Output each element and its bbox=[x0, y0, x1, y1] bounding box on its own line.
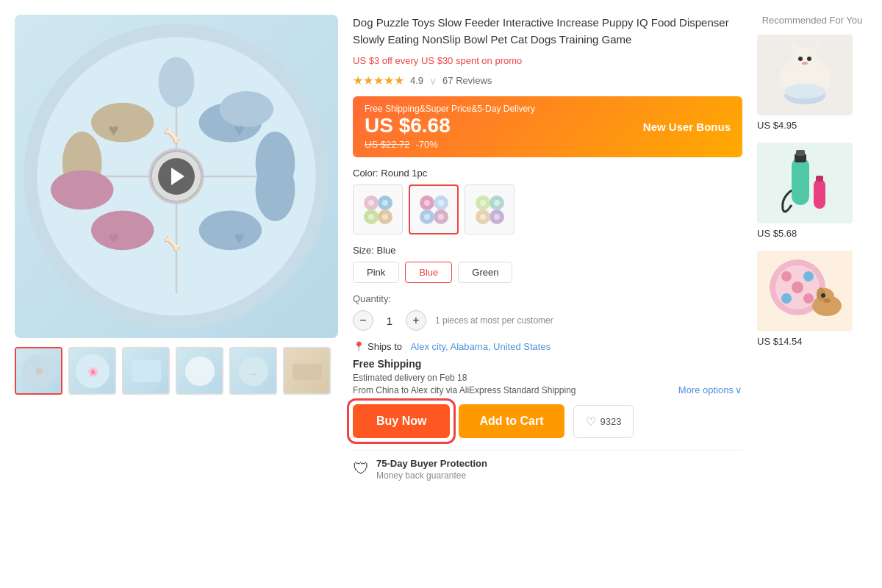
rec-price-3: US $14.54 bbox=[757, 336, 867, 347]
svg-text:♥: ♥ bbox=[234, 120, 245, 140]
rating-chevron: ∨ bbox=[429, 75, 437, 87]
svg-point-14 bbox=[159, 57, 195, 107]
thumbnail-4[interactable] bbox=[176, 347, 223, 395]
svg-point-57 bbox=[792, 47, 818, 74]
current-price: US $6.68 bbox=[365, 114, 535, 137]
quantity-increase-button[interactable]: + bbox=[406, 310, 426, 331]
size-options: Pink Blue Green bbox=[353, 262, 742, 283]
size-btn-pink[interactable]: Pink bbox=[353, 262, 399, 283]
add-to-cart-button[interactable]: Add to Cart bbox=[459, 404, 564, 438]
thumbnail-3[interactable] bbox=[122, 347, 170, 395]
svg-rect-68 bbox=[814, 179, 825, 209]
promo-text: US $3 off every US $30 spent on promo bbox=[353, 55, 742, 66]
page-wrapper: ♥ ♥ ♥ ♥ 🦴 🦴 bbox=[0, 0, 882, 503]
rating-number: 4.9 bbox=[410, 75, 423, 86]
ships-to-label: Ships to bbox=[368, 341, 402, 352]
svg-point-11 bbox=[199, 210, 262, 250]
svg-point-12 bbox=[256, 159, 295, 222]
svg-point-64 bbox=[784, 84, 825, 98]
color-swatch-2[interactable] bbox=[409, 184, 459, 234]
quantity-section: Quantity: − 1 + 1 pieces at most per cus… bbox=[353, 293, 742, 331]
delivery-estimate: Estimated delivery on Feb 18 bbox=[353, 373, 742, 383]
rec-image-3 bbox=[757, 251, 853, 331]
size-section: Size: Blue Pink Blue Green bbox=[353, 245, 742, 283]
wishlist-button[interactable]: ♡ 9323 bbox=[573, 405, 634, 438]
rec-price-2: US $5.68 bbox=[757, 228, 867, 239]
svg-marker-59 bbox=[811, 41, 821, 50]
main-product-image[interactable]: ♥ ♥ ♥ ♥ 🦴 🦴 bbox=[15, 15, 338, 338]
protection-subtitle: Money back guarantee bbox=[376, 470, 487, 481]
svg-point-75 bbox=[781, 293, 792, 304]
play-video-button[interactable] bbox=[158, 158, 195, 195]
chevron-down-icon: ∨ bbox=[735, 384, 742, 395]
color-options bbox=[353, 184, 742, 234]
svg-rect-27 bbox=[132, 360, 161, 382]
thumbnail-5[interactable]: ... bbox=[229, 347, 277, 395]
svg-point-76 bbox=[803, 293, 814, 304]
quantity-decrease-button[interactable]: − bbox=[353, 310, 373, 331]
price-block: US $6.68 US $22.72 -70% bbox=[365, 114, 535, 150]
more-options-link[interactable]: More options ∨ bbox=[678, 384, 742, 395]
color-swatch-1[interactable] bbox=[353, 184, 403, 234]
color-section: Color: Round 1pc bbox=[353, 168, 742, 234]
rec-item-2[interactable]: US $5.68 bbox=[757, 143, 867, 239]
product-details-section: Dog Puzzle Toys Slow Feeder Interactive … bbox=[353, 15, 742, 488]
discount-badge: -70% bbox=[415, 139, 437, 150]
svg-point-54 bbox=[480, 214, 486, 220]
size-btn-green[interactable]: Green bbox=[458, 262, 512, 283]
price-banner: Free Shipping&Super Price&5-Day Delivery… bbox=[353, 96, 742, 157]
thumbnail-1[interactable] bbox=[15, 347, 62, 395]
svg-point-62 bbox=[802, 62, 808, 65]
quantity-row: − 1 + 1 pieces at most per customer bbox=[353, 310, 742, 331]
product-images-section: ♥ ♥ ♥ ♥ 🦴 🦴 bbox=[15, 15, 338, 488]
thumbnail-6[interactable] bbox=[283, 347, 331, 395]
shipping-from-text: From China to Alex city via AliExpress S… bbox=[353, 385, 576, 395]
free-shipping-label: Free Shipping bbox=[353, 358, 742, 370]
svg-text:🦴: 🦴 bbox=[163, 126, 182, 144]
svg-point-45 bbox=[438, 200, 444, 206]
shipping-banner-text: Free Shipping&Super Price&5-Day Delivery… bbox=[365, 104, 535, 150]
svg-point-55 bbox=[494, 214, 500, 220]
svg-point-72 bbox=[792, 282, 803, 293]
svg-rect-31 bbox=[293, 364, 322, 380]
svg-point-81 bbox=[823, 298, 831, 303]
size-btn-blue[interactable]: Blue bbox=[405, 262, 452, 283]
svg-point-37 bbox=[382, 200, 388, 206]
svg-point-9 bbox=[91, 210, 154, 250]
rec-price-1: US $4.95 bbox=[757, 120, 867, 131]
svg-rect-69 bbox=[816, 176, 823, 182]
recommendations-title: Recommended For You bbox=[757, 15, 867, 26]
svg-point-52 bbox=[480, 200, 486, 206]
svg-point-74 bbox=[803, 271, 814, 282]
wishlist-count: 9323 bbox=[600, 416, 622, 427]
size-value: Blue bbox=[377, 245, 396, 256]
svg-point-60 bbox=[798, 57, 803, 61]
buy-now-button[interactable]: Buy Now bbox=[353, 404, 450, 438]
svg-text:🦴: 🦴 bbox=[163, 234, 182, 252]
location-link[interactable]: Alex city, Alabama, United States bbox=[411, 341, 551, 352]
svg-rect-67 bbox=[796, 150, 805, 156]
svg-point-28 bbox=[185, 356, 215, 386]
thumbnail-2[interactable]: 🌸 bbox=[68, 347, 116, 395]
quantity-note: 1 pieces at most per customer bbox=[435, 315, 553, 326]
rec-item-1[interactable]: US $4.95 bbox=[757, 35, 867, 131]
color-swatch-3[interactable] bbox=[465, 184, 514, 234]
rec-image-1 bbox=[757, 35, 853, 115]
svg-point-61 bbox=[807, 57, 811, 61]
svg-rect-65 bbox=[792, 157, 809, 205]
rec-item-3[interactable]: US $14.54 bbox=[757, 251, 867, 347]
location-icon2 bbox=[405, 341, 408, 352]
buyer-protection: 🛡 75-Day Buyer Protection Money back gua… bbox=[353, 450, 742, 488]
star-rating: ★★★★★ bbox=[353, 74, 404, 87]
svg-point-46 bbox=[424, 214, 430, 220]
size-label: Size: Blue bbox=[353, 245, 742, 256]
original-price: US $22.72 bbox=[365, 139, 409, 150]
heart-icon: ♡ bbox=[586, 415, 596, 429]
svg-text:♥: ♥ bbox=[108, 120, 119, 140]
svg-point-44 bbox=[424, 200, 430, 206]
svg-point-53 bbox=[494, 200, 500, 206]
svg-point-73 bbox=[781, 271, 792, 282]
svg-point-24 bbox=[35, 368, 43, 375]
svg-point-36 bbox=[368, 200, 374, 206]
action-row: Buy Now Add to Cart ♡ 9323 bbox=[353, 404, 742, 438]
